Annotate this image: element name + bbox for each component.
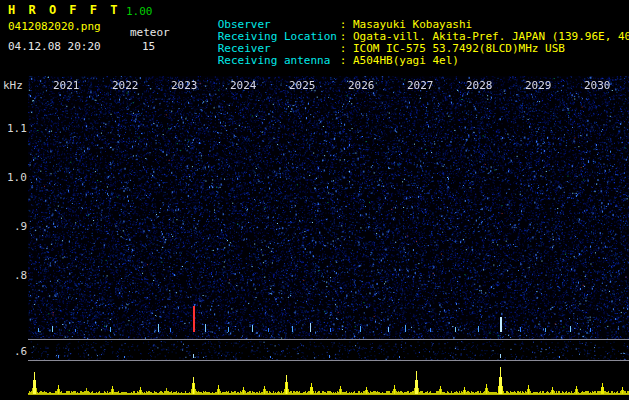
strip-tick <box>399 356 400 358</box>
meteor-echo-tick <box>388 327 389 332</box>
info-row-antenna: Receiving antenna: A504HB(yagi 4el) <box>178 41 459 80</box>
meteor-echo-tick <box>310 323 311 332</box>
strip-tick <box>270 356 271 358</box>
meteor-echo-tick <box>38 328 39 332</box>
meteor-echo-tick <box>360 326 361 332</box>
meteor-echo-tick <box>268 328 269 332</box>
meteor-echo-tick <box>252 325 253 332</box>
meteor-echo-tick <box>455 327 456 332</box>
meteor-echo-tick <box>330 328 331 332</box>
meteor-echo-tick <box>228 327 229 332</box>
strip-tick <box>58 355 59 358</box>
freq-tick-label: 1.1 <box>7 122 27 135</box>
meteor-echo-tick <box>590 328 591 332</box>
meteor-echo-tick <box>52 326 53 332</box>
meteor-echo-tick <box>292 326 293 332</box>
separator-line-top <box>28 339 629 340</box>
freq-tick-label: .6 <box>14 345 27 358</box>
freq-tick-label: .9 <box>14 220 27 233</box>
freq-tick-label: .8 <box>14 269 27 282</box>
meteor-echo-tick <box>570 326 571 332</box>
strip-tick <box>559 356 560 358</box>
meteor-echo-tick <box>193 306 195 332</box>
meteor-echo-tick <box>500 317 502 332</box>
meteor-echo-tick <box>545 328 546 332</box>
meteor-echo-tick <box>430 328 431 332</box>
meteor-echo-tick <box>158 324 159 332</box>
info-label-antenna: Receiving antenna <box>218 54 340 67</box>
meteor-echo-tick <box>520 327 521 332</box>
strip-tick <box>124 356 125 358</box>
meteor-echo-tick <box>205 324 206 332</box>
detection-strip-ticks <box>28 341 629 360</box>
frequency-axis: kHz1.11.0.9.8.6 <box>0 0 28 400</box>
meteor-echo-tick <box>75 329 76 332</box>
app-version: 1.00 <box>126 5 153 18</box>
signal-level-graph <box>28 361 629 396</box>
meteor-echo-marks <box>28 76 629 340</box>
freq-tick-label: 1.0 <box>7 171 27 184</box>
strip-tick <box>500 354 501 358</box>
strip-tick <box>193 354 194 358</box>
mode-label: meteor <box>130 26 170 39</box>
strip-tick <box>329 355 330 358</box>
meteor-echo-tick <box>110 327 111 332</box>
hrofft-screen: H R O F F T 1.00 0412082020.png meteor 0… <box>0 0 629 400</box>
info-sep: : <box>340 54 353 67</box>
meteor-echo-tick <box>478 326 479 332</box>
echo-count: 15 <box>142 40 155 53</box>
info-value-antenna: A504HB(yagi 4el) <box>353 54 459 67</box>
freq-tick-label: kHz <box>3 79 23 92</box>
meteor-echo-tick <box>170 328 171 332</box>
meteor-echo-tick <box>405 325 406 332</box>
